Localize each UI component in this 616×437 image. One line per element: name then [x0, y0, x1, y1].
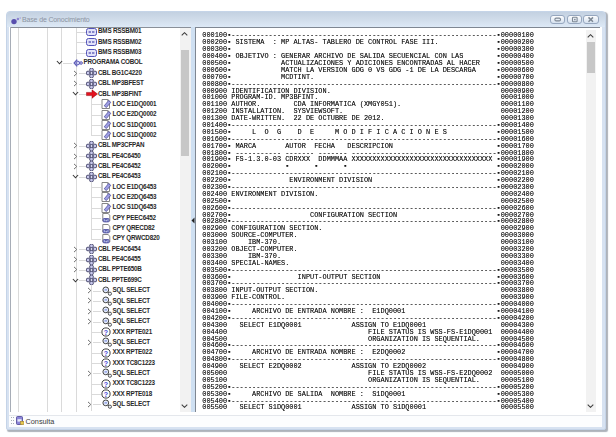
svg-text:?: ?	[104, 380, 108, 387]
svg-text:?: ?	[104, 349, 108, 356]
svg-text:?: ?	[104, 391, 108, 398]
svg-text:?: ?	[104, 360, 108, 367]
svg-text:?: ?	[104, 328, 108, 335]
